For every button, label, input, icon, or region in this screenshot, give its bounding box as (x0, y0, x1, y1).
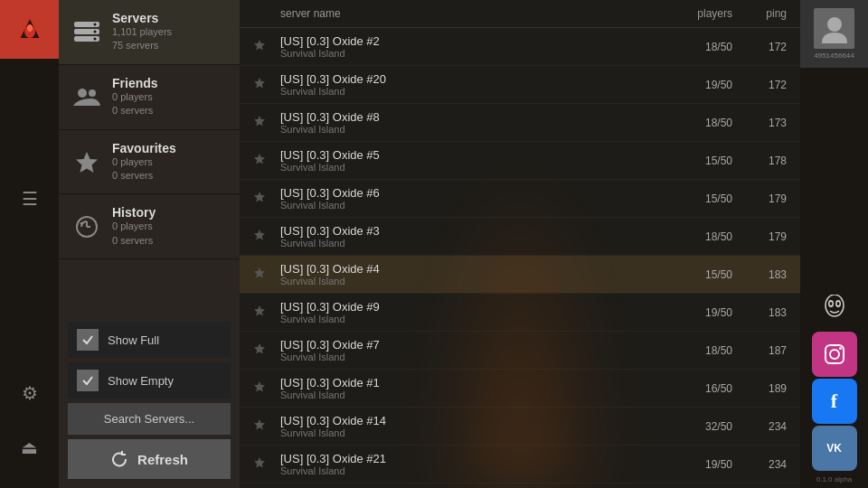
svg-point-10 (89, 89, 96, 97)
profile-id: 4951456644 (814, 52, 854, 60)
server-ping: 178 (732, 155, 787, 167)
server-map: Survival Island (280, 162, 660, 173)
star-button[interactable] (253, 380, 280, 396)
svg-marker-11 (76, 152, 98, 173)
right-sidebar: 4951456644 f VK 0.1.0 alpha (800, 0, 868, 488)
history-title: History (112, 205, 156, 220)
server-players: 15/50 (660, 155, 732, 167)
table-row[interactable]: [US] [0.3] Oxide #1 Survival Island 16/5… (240, 370, 800, 408)
friends-icon (72, 82, 101, 111)
favourites-title: Favourites (112, 141, 176, 155)
server-map: Survival Island (280, 352, 660, 362)
profile-button[interactable]: 4951456644 (800, 0, 868, 68)
sidebar-item-friends[interactable]: Friends 0 players 0 servers (59, 65, 240, 130)
star-button[interactable] (253, 115, 280, 130)
svg-marker-17 (254, 78, 265, 89)
server-ping: 234 (732, 458, 787, 471)
table-row[interactable]: [US] [0.3] Oxide #5 Survival Island 15/5… (240, 142, 800, 180)
table-row[interactable]: [US] [0.3] Oxide #4 Survival Island 15/5… (240, 256, 800, 294)
star-button[interactable] (253, 305, 280, 320)
facebook-button[interactable]: f (812, 379, 857, 424)
table-row[interactable]: [US] [0.3] Oxide #14 Survival Island 32/… (240, 408, 800, 446)
search-servers-button[interactable]: Search Servers... (68, 403, 231, 435)
server-players: 15/50 (660, 192, 732, 205)
svg-marker-19 (254, 154, 265, 164)
server-players: 18/50 (660, 230, 732, 243)
show-empty-checkbox[interactable]: Show Empty (68, 362, 231, 399)
server-info: [US] [0.3] Oxide #20 Survival Island (280, 72, 660, 97)
vk-icon: VK (826, 442, 842, 455)
sidebar-item-servers[interactable]: Servers 1,101 players 75 servers (59, 0, 240, 65)
server-map: Survival Island (280, 238, 660, 249)
exit-icon: ⏏ (21, 436, 38, 458)
star-button[interactable] (253, 456, 280, 472)
server-name: [US] [0.3] Oxide #21 (280, 452, 660, 465)
show-full-checkbox-box (77, 329, 99, 351)
sidebar-item-history[interactable]: History 0 players 0 servers (59, 194, 240, 259)
vk-button[interactable]: VK (812, 426, 857, 471)
star-button[interactable] (253, 191, 280, 206)
svg-point-35 (830, 350, 839, 359)
server-info: [US] [0.3] Oxide #3 Survival Island (280, 224, 660, 249)
show-empty-label: Show Empty (108, 374, 174, 388)
table-row[interactable]: [US] [0.3] Oxide #20 Survival Island 19/… (240, 66, 800, 104)
star-button[interactable] (253, 267, 280, 282)
table-row[interactable]: [US] [0.3] Oxide #6 Survival Island 15/5… (240, 180, 800, 218)
svg-marker-21 (254, 230, 265, 240)
refresh-button[interactable]: Refresh (68, 439, 231, 479)
server-name: [US] [0.3] Oxide #4 (280, 262, 660, 276)
sidebar-item-favourites[interactable]: Favourites 0 players 0 servers (59, 130, 240, 195)
table-row[interactable]: [US] [0.3] Oxide #9 Survival Island 19/5… (240, 294, 800, 332)
server-info: [US] [0.3] Oxide #9 Survival Island (280, 300, 660, 324)
star-button[interactable] (253, 39, 280, 54)
table-header: server name players ping (240, 0, 800, 28)
star-button[interactable] (253, 77, 280, 92)
server-players: 18/50 (660, 117, 732, 129)
svg-marker-16 (254, 40, 265, 51)
col-name-header: server name (280, 7, 660, 20)
star-button[interactable] (253, 343, 280, 358)
server-info: [US] [0.3] Oxide #14 Survival Island (280, 414, 660, 438)
favourites-nav-text: Favourites 0 players 0 servers (112, 141, 176, 183)
server-map: Survival Island (280, 389, 660, 400)
table-row[interactable]: [US] [0.3] Oxide #7 Survival Island 18/5… (240, 332, 800, 370)
logo-button[interactable] (0, 0, 59, 59)
settings-icon: ⚙ (22, 382, 38, 404)
server-ping: 183 (732, 268, 787, 281)
show-full-checkbox[interactable]: Show Full (68, 322, 231, 358)
refresh-icon (110, 450, 128, 468)
server-map: Survival Island (280, 86, 660, 97)
sidebar-controls: Show Full Show Empty Search Servers... R… (59, 313, 240, 488)
server-info: [US] [0.3] Oxide #7 Survival Island (280, 338, 660, 362)
server-map: Survival Island (280, 314, 660, 324)
friends-sub1: 0 players (112, 90, 158, 104)
server-name: [US] [0.3] Oxide #20 (280, 72, 660, 86)
svg-marker-20 (254, 192, 265, 202)
svg-marker-26 (254, 419, 265, 430)
table-row[interactable]: [US] [0.3] Oxide #2 Survival Island 18/5… (240, 28, 800, 66)
menu-icon-button[interactable]: ☰ (0, 176, 59, 221)
star-button[interactable] (253, 418, 280, 434)
instagram-button[interactable] (812, 332, 857, 377)
svg-point-32 (829, 302, 832, 305)
server-map: Survival Island (280, 200, 660, 211)
table-row[interactable]: [US] [0.3] Oxide #3 Survival Island 18/5… (240, 218, 800, 256)
server-name: [US] [0.3] Oxide #9 (280, 300, 660, 314)
settings-icon-button[interactable]: ⚙ (0, 371, 59, 416)
server-ping: 179 (732, 192, 787, 205)
svg-marker-24 (254, 343, 265, 354)
server-ping: 173 (732, 117, 787, 129)
star-button[interactable] (253, 153, 280, 168)
alien-button[interactable] (812, 285, 857, 330)
svg-point-6 (94, 23, 97, 26)
table-row[interactable]: [US] [0.3] Oxide #21 Survival Island 19/… (240, 446, 800, 483)
col-players-header: players (660, 7, 732, 20)
exit-icon-button[interactable]: ⏏ (0, 425, 59, 470)
server-ping: 172 (732, 41, 787, 53)
server-ping: 189 (732, 382, 787, 395)
server-info: [US] [0.3] Oxide #8 Survival Island (280, 110, 660, 135)
svg-point-8 (94, 38, 97, 41)
table-row[interactable]: [US] [0.3] Oxide #8 Survival Island 18/5… (240, 104, 800, 142)
icon-bar: ☰ ⚙ ⏏ (0, 0, 59, 488)
star-button[interactable] (253, 229, 280, 244)
